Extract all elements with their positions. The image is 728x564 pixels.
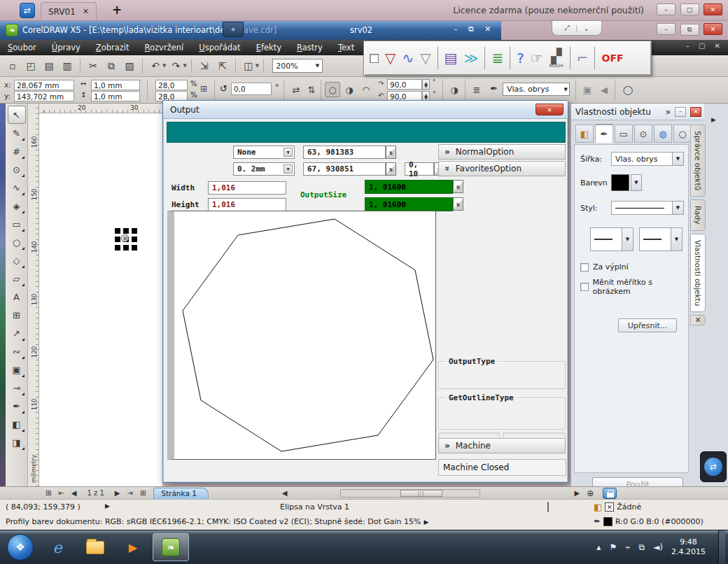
resolution-combo[interactable]: 0. 2mm▼ [233, 162, 295, 176]
docker-tab-správce-objektů[interactable]: Správce objektů [690, 125, 706, 197]
color-picker-arrow[interactable]: ▼ [631, 174, 642, 191]
export-button[interactable]: ⇱ [214, 57, 231, 74]
convert-to-curves-button[interactable]: ◯ [620, 82, 636, 97]
paste-button[interactable]: ▨ [121, 57, 138, 74]
show-desktop-button[interactable] [718, 530, 725, 564]
rectangle-tool[interactable]: ▭ [8, 215, 26, 233]
object-width-field[interactable]: 1,0 mm [91, 80, 140, 90]
ellipse-button[interactable]: ○ [325, 82, 340, 97]
position-y-spinner[interactable]: ⇅ [386, 162, 396, 176]
rotation-center-marker[interactable]: ⊘ [121, 234, 129, 242]
lock-ratio-icon[interactable]: ⊞ [200, 84, 207, 94]
outline-width-combo[interactable]: Vlas. obrys ▼ [503, 83, 570, 96]
arc-button[interactable]: ◠ [358, 82, 374, 97]
dimension-tool[interactable]: ↗ [8, 324, 26, 342]
settings-lines-icon[interactable]: ≣ [491, 51, 503, 65]
off-button[interactable]: OFF [601, 53, 623, 63]
horizontal-scrollbar[interactable]: ||| [340, 489, 480, 498]
curve-icon[interactable]: ∿ [402, 51, 414, 65]
chevron-down-icon[interactable]: ▼ [672, 153, 683, 165]
teamviewer-grab-tab[interactable]: ⤢ | ⌄ [552, 21, 602, 36]
freehand-tool[interactable]: ∿ [8, 178, 26, 197]
selection-handle[interactable] [123, 228, 129, 234]
polygon-tool[interactable]: ◇ [8, 251, 26, 269]
maximize-button[interactable]: ▢ [680, 3, 699, 15]
chevron-down-icon[interactable]: ▼ [622, 228, 633, 251]
color-profiles[interactable]: Profily barev dokumentu: RGB: sRGB IEC61… [6, 517, 428, 526]
corner-icon[interactable]: ⌐ [577, 51, 589, 65]
menu-efekty[interactable]: Efekty [248, 43, 289, 52]
chevron-down-icon[interactable]: ▼ [255, 63, 259, 69]
last-page-button[interactable]: ⇥ [124, 489, 136, 497]
selection-handle[interactable] [115, 245, 120, 251]
scrollbar-thumb[interactable]: ||| [400, 490, 442, 497]
text-wrap-button[interactable]: ≣ [469, 82, 484, 97]
object-height-field[interactable]: 1,0 mm [91, 91, 140, 101]
engrave-v-icon[interactable]: ▽ [385, 51, 396, 65]
selection-handle[interactable] [132, 245, 137, 251]
zoom-tool[interactable]: ⊙ [8, 160, 26, 178]
menu-text[interactable]: Text [330, 43, 362, 52]
next-page-button[interactable]: ▶ [111, 489, 124, 497]
output-dialog-titlebar[interactable]: Output [163, 101, 568, 119]
scale-x-field[interactable]: 28,0 [155, 80, 188, 90]
menu-rastry[interactable]: Rastry [289, 43, 330, 52]
expand-icon[interactable]: ⤢ [564, 24, 570, 32]
output-dialog-close-button[interactable]: ✕ [536, 104, 564, 115]
text-tool[interactable]: A [8, 288, 26, 306]
smart-fill-tool[interactable]: ◈ [8, 197, 26, 215]
like-icon[interactable]: ☞ [531, 51, 543, 65]
close-button[interactable]: ✕ [704, 3, 722, 15]
palette-scroll-up[interactable]: ▶ [711, 116, 716, 123]
chevron-down-icon[interactable]: ▼ [672, 202, 683, 214]
docker-chevron-icon[interactable]: » [666, 107, 671, 117]
zoom-tab-icon[interactable]: ⊙ [634, 125, 652, 143]
behind-fill-checkbox[interactable]: Za výplní [580, 262, 629, 272]
drawing-canvas[interactable]: ⊘ [39, 113, 162, 486]
selection-handle[interactable] [115, 237, 120, 242]
tray-expand-icon[interactable]: ▲ [596, 544, 601, 551]
scroll-right-button[interactable]: ▶ [571, 489, 584, 497]
section-normal-option[interactable]: » NormalOption [438, 144, 566, 160]
chamfer-button[interactable]: ◑ [447, 82, 462, 97]
scale-with-image-checkbox[interactable]: Měnit měřítko s obrázkem [580, 278, 688, 296]
moshi-stamp[interactable]: ▞MOSHI [550, 49, 564, 68]
menu-rozvržení[interactable]: Rozvržení [137, 43, 192, 52]
flyout-arrow-icon[interactable]: ▶ [105, 502, 110, 509]
to-back-button[interactable]: ◀ [596, 82, 612, 97]
selection-handle[interactable] [132, 237, 137, 242]
advanced-button[interactable]: Upřesnit... [618, 318, 677, 332]
output-preview[interactable] [167, 211, 436, 460]
chevron-down-icon[interactable]: ▼ [183, 63, 186, 69]
undo-button[interactable]: ↶ [147, 57, 164, 74]
width-field[interactable]: 1,016 [208, 181, 286, 195]
gap-field[interactable]: 0, 10 [405, 162, 434, 176]
fill-tool[interactable]: ◧ [8, 415, 26, 433]
blend-tool[interactable]: ▣ [8, 360, 26, 379]
remote-minimize-button[interactable]: – [657, 23, 676, 35]
table-tool[interactable]: ⊞ [8, 306, 26, 324]
file-explorer-button[interactable] [77, 533, 113, 561]
selection-handle[interactable] [115, 228, 120, 234]
chevron-down-icon[interactable]: ▼ [671, 228, 682, 251]
mirror-horizontal-button[interactable]: ⇄ [288, 82, 304, 97]
x-position-field[interactable]: 28,067 mm [14, 80, 74, 90]
docker-tabs-close[interactable]: ✕ [690, 315, 706, 325]
selection-handle[interactable] [123, 245, 129, 251]
first-page-button[interactable]: ⇤ [55, 489, 67, 497]
section-machine[interactable]: » Machine [438, 438, 566, 453]
monitor-icon[interactable] [547, 502, 549, 512]
section-favorites-option[interactable]: » FavoritesOption [438, 161, 566, 176]
ellipse-tool[interactable]: ○ [8, 233, 26, 251]
power-icon[interactable]: ⌁ [625, 542, 630, 552]
flyout-arrow-icon[interactable]: ▶ [424, 519, 429, 526]
menu-soubor[interactable]: Soubor [0, 43, 44, 52]
menu-uspořádat[interactable]: Uspořádat [191, 43, 248, 52]
new-session-button[interactable]: + [112, 3, 122, 17]
fill-tab-icon[interactable]: ◧ [575, 125, 594, 143]
position-y-field[interactable]: 67, 930851 [303, 162, 386, 176]
position-x-spinner[interactable]: ⇅ [386, 146, 396, 159]
cut-v-icon[interactable]: ▽ [420, 51, 430, 65]
zoom-level-combo[interactable]: 200% ▼ [272, 59, 323, 73]
network-icon[interactable]: ⧉ [639, 542, 645, 552]
